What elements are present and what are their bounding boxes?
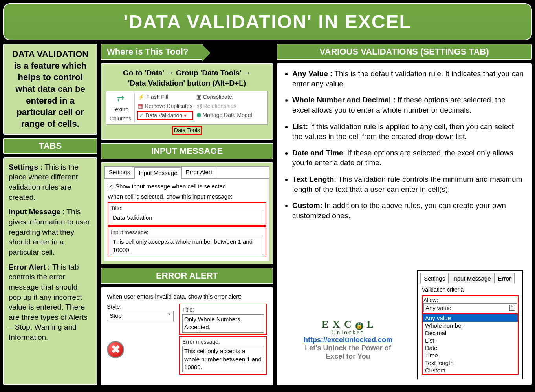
ea-style-select[interactable]: Stop˅ [107,311,174,321]
model-icon: ⬢ [196,111,201,119]
ribbon-data-validation[interactable]: ✓Data Validation▾ [137,111,193,120]
tabs-settings-b: Settings : [9,163,43,171]
error-alert-panel: When user enters invalid data, show this… [101,287,273,385]
settings-dropdown-panel: Settings Input Message Error Validation … [417,270,523,379]
ribbon-manage-model[interactable]: ⬢Manage Data Model [196,111,253,119]
error-alert-header: ERROR ALERT [101,268,273,284]
ea-title-label: Title: [182,306,264,314]
ea-msg-input[interactable]: This cell only accepts a whole number be… [182,346,264,372]
im-title-label: Title: [111,204,263,212]
intro-panel: DATA VALIDATION is a feature which helps… [3,44,97,135]
sp-opt-whole[interactable]: Whole number [423,322,518,329]
tabs-input-b: Input Message [9,208,60,216]
right-column: VARIOUS VALIDATIONS (SETTINGS TAB) Any V… [277,44,532,385]
validations-header: VARIOUS VALIDATIONS (SETTINGS TAB) [277,44,532,60]
sp-vc-label: Validation criteria [422,286,519,293]
im-title-input[interactable]: Data Validation [111,213,263,223]
im-tab-input[interactable]: Input Message [134,167,181,179]
sp-opt-textlen[interactable]: Text length [423,359,518,366]
val-item-textlen: Text Length: This validation rule contro… [292,174,525,194]
stop-error-icon: ✖ [107,341,124,358]
input-message-panel: Settings Input Message Error Alert ✓ SSh… [101,162,273,264]
ea-title-field: Title: Only Whole Numbers Accepted. [179,304,267,335]
val-item-list: List: If this validation rule is applied… [292,122,525,142]
sp-tab-error[interactable]: Error [495,273,515,283]
ribbon-consolidate[interactable]: ▣Consolidate [196,93,253,101]
ea-when-label: When user enters invalid data, show this… [107,293,267,301]
input-message-header: INPUT MESSAGE [101,143,273,159]
tabs-header: TABS [3,138,97,154]
ribbon-flash-fill[interactable]: ⚡Flash Fill [137,93,193,101]
im-when-label: When cell is selected, show this input m… [108,193,266,201]
where-panel: Go to 'Data' → Group 'Data Tools' → 'Dat… [101,63,273,140]
ea-msg-label: Error message: [182,338,264,346]
sp-opt-any[interactable]: Any value [423,314,518,322]
sp-allow-dropdown[interactable]: Any value ˅ [423,303,517,312]
ribbon-group-label: Data Tools [172,126,202,135]
sp-opt-custom[interactable]: Custom [423,366,518,374]
im-msg-label: Input message: [111,229,263,236]
ribbon-relationships: ⛓Relationships [196,102,253,110]
flash-icon: ⚡ [138,93,145,101]
im-msg-input[interactable]: This cell only accepts a whole number be… [111,237,263,255]
consolidate-icon: ▣ [196,93,202,101]
tabs-panel: Settings : This is the place where diffe… [3,157,97,385]
logo-tag2: Excel for You [293,352,403,361]
logo-tag1: Let's Unlock the Power of [293,344,403,352]
tabs-error-t: This tab controls the error message that… [9,263,88,341]
validation-icon: ✓ [139,112,144,119]
ribbon-columns: Columns [109,115,132,123]
validations-list: Any Value : This is the default validati… [284,69,525,221]
left-column: DATA VALIDATION is a feature which helps… [3,44,97,385]
val-item-custom: Custom: In addition to the above rules, … [292,201,525,221]
where-path-2: 'Data Validation' button (Alt+D+L) [106,78,268,88]
sp-opt-decimal[interactable]: Decimal [423,329,518,337]
page-title: 'DATA VALIDATION' IN EXCEL [3,3,532,40]
im-tab-error[interactable]: Error Alert [182,167,217,178]
logo-area: E X C 🔓 L Unlocked https://excelunlocked… [293,319,403,361]
sp-tab-input[interactable]: Input Message [449,273,494,283]
im-tab-settings[interactable]: Settings [105,167,134,178]
relationships-icon: ⛓ [196,102,202,110]
ea-style-label: Style: [107,303,174,311]
where-header: Where is This Tool? [101,44,203,60]
sp-opt-date[interactable]: Date [423,344,518,352]
sp-option-list: Any value Whole number Decimal List Date… [422,314,519,375]
ea-title-input[interactable]: Only Whole Numbers Accepted. [182,314,264,333]
im-tabs: Settings Input Message Error Alert [104,166,269,179]
sp-opt-list[interactable]: List [423,337,518,344]
im-title-field: Title: Data Validation [108,202,266,225]
where-path-1: Go to 'Data' → Group 'Data Tools' → [106,68,268,78]
val-item-whole: Whole Number and Decimal : If these opti… [292,95,525,115]
ribbon-text-to: Text to [112,106,129,114]
ribbon: ⇄ Text to Columns ⚡Flash Fill ▦Remove Du… [106,91,268,124]
show-message-label: SShow input message when cell is selecte… [115,182,226,190]
logo-url[interactable]: https://excelunlocked.com [304,336,392,344]
sp-opt-time[interactable]: Time [423,352,518,359]
im-msg-field: Input message: This cell only accepts a … [108,226,266,257]
ea-msg-field: Error message: This cell only accepts a … [179,336,267,375]
ribbon-remove-dup[interactable]: ▦Remove Duplicates [137,102,193,110]
sp-allow-label: Allow: [423,297,517,303]
main-grid: DATA VALIDATION is a feature which helps… [3,44,532,385]
val-item-any: Any Value : This is the default validati… [292,69,525,89]
logo-sub: Unlocked [293,329,403,336]
middle-column: Where is This Tool? Go to 'Data' → Group… [101,44,273,385]
show-message-checkbox[interactable]: ✓ [108,184,113,189]
tabs-error-b: Error Alert : [9,263,50,271]
validations-panel: Any Value : This is the default validati… [277,63,532,385]
text-to-columns-icon[interactable]: ⇄ [117,93,124,105]
val-item-date: Date and Time: If these options are sele… [292,148,525,168]
chevron-down-icon: ˅ [509,305,515,311]
dropdown-icon[interactable]: ▾ [184,112,187,119]
sp-tab-settings[interactable]: Settings [420,273,449,283]
chevron-down-icon: ˅ [168,312,171,320]
remove-icon: ▦ [138,102,143,110]
